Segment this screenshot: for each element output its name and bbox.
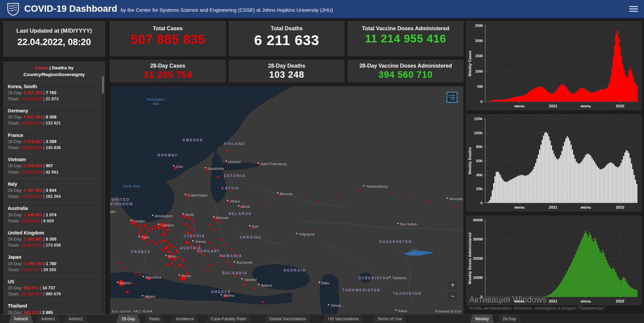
case-bubble[interactable] (159, 241, 161, 243)
case-bubble[interactable] (161, 249, 164, 251)
case-bubble[interactable] (264, 204, 266, 205)
case-bubble[interactable] (176, 250, 178, 252)
tab-chart-weekly[interactable]: Weekly (470, 315, 494, 323)
case-bubble[interactable] (157, 226, 160, 229)
case-bubble[interactable] (151, 240, 153, 242)
case-bubble[interactable] (169, 245, 172, 247)
case-bubble[interactable] (209, 242, 211, 244)
case-bubble[interactable] (193, 228, 195, 230)
case-bubble[interactable] (429, 200, 430, 202)
case-bubble[interactable] (243, 284, 245, 286)
case-bubble[interactable] (209, 224, 211, 226)
case-bubble[interactable] (144, 224, 146, 227)
case-bubble[interactable] (189, 226, 191, 228)
case-bubble[interactable] (219, 221, 221, 223)
case-bubble[interactable] (203, 254, 205, 256)
case-bubble[interactable] (131, 282, 133, 284)
case-bubble[interactable] (167, 242, 169, 244)
case-bubble[interactable] (358, 190, 360, 191)
case-bubble[interactable] (163, 239, 166, 242)
country-list-item[interactable]: Australia28-Day: 1 449 802 | 1 074Totals… (4, 202, 105, 227)
case-bubble[interactable] (227, 260, 229, 262)
country-list-scrollbar[interactable] (102, 75, 104, 313)
case-bubble[interactable] (135, 223, 137, 225)
case-bubble[interactable] (179, 264, 182, 266)
case-bubble[interactable] (185, 223, 187, 225)
case-bubble[interactable] (161, 228, 163, 230)
case-bubble[interactable] (231, 190, 232, 191)
case-bubble[interactable] (175, 265, 177, 267)
case-bubble[interactable] (165, 246, 168, 250)
case-bubble[interactable] (392, 192, 393, 193)
case-bubble[interactable] (210, 264, 212, 266)
case-bubble[interactable] (139, 225, 141, 227)
tab-view-global-vaccinations[interactable]: Global Vaccinations (264, 315, 311, 323)
case-bubble[interactable] (174, 246, 176, 248)
layer-list-icon[interactable] (447, 92, 457, 103)
case-bubble[interactable] (124, 267, 126, 269)
case-bubble[interactable] (213, 228, 215, 230)
case-bubble[interactable] (178, 256, 180, 258)
case-bubble[interactable] (171, 262, 173, 264)
case-bubble[interactable] (287, 197, 289, 198)
case-bubble[interactable] (147, 242, 149, 244)
case-bubble[interactable] (151, 227, 154, 230)
case-bubble[interactable] (126, 291, 129, 293)
case-bubble[interactable] (236, 197, 238, 198)
country-list-item[interactable]: Thailand28-Day: 682 274 | 2 895Totals: 4… (4, 300, 105, 314)
zoom-out-button[interactable]: − (448, 292, 457, 301)
case-bubble[interactable] (304, 197, 305, 198)
case-bubble[interactable] (192, 220, 194, 222)
case-bubble[interactable] (155, 242, 158, 245)
case-bubble[interactable] (447, 203, 449, 204)
tab-view-totals[interactable]: Totals (144, 315, 165, 323)
tab-view-terms-of-use[interactable]: Terms of Use (372, 315, 407, 323)
country-list-item[interactable]: France28-Day: 3 478 927 | 3 289Totals: 2… (4, 129, 105, 154)
case-bubble[interactable] (166, 264, 169, 266)
case-bubble[interactable] (187, 231, 190, 234)
case-bubble[interactable] (217, 176, 219, 178)
case-bubble[interactable] (225, 244, 227, 246)
case-bubble[interactable] (154, 224, 156, 226)
tab-admin-admin1[interactable]: Admin1 (36, 315, 60, 323)
case-bubble[interactable] (207, 269, 209, 271)
case-bubble[interactable] (135, 272, 137, 274)
tab-chart-28-day[interactable]: 28-Day (497, 315, 521, 323)
zoom-in-button[interactable]: + (448, 281, 457, 290)
case-bubble[interactable] (118, 262, 120, 264)
case-bubble[interactable] (232, 265, 234, 267)
country-list-item[interactable]: Vietnam28-Day: 2 022 839 | 907Totals: 10… (4, 153, 105, 178)
case-bubble[interactable] (182, 259, 184, 261)
country-list-item[interactable]: Korea, South28-Day: 5 851 209 | 7 765Tot… (4, 80, 105, 105)
country-list-item[interactable]: Germany28-Day: 4 627 394 | 6 308Totals: … (4, 105, 105, 129)
case-bubble[interactable] (220, 239, 222, 241)
country-list-item[interactable]: Japan28-Day: 1 295 286 | 1 780Totals: 7 … (4, 251, 105, 276)
case-bubble[interactable] (454, 207, 456, 208)
case-bubble[interactable] (148, 230, 150, 232)
case-bubble[interactable] (161, 234, 163, 236)
tab-admin-admin2[interactable]: Admin2 (63, 315, 87, 323)
case-bubble[interactable] (338, 193, 340, 195)
case-bubble[interactable] (163, 232, 166, 235)
case-bubble[interactable] (254, 287, 256, 289)
case-bubble[interactable] (140, 274, 142, 276)
case-bubble[interactable] (262, 301, 264, 303)
tab-view-us-vaccinations[interactable]: US Vaccinations (323, 315, 364, 323)
case-bubble[interactable] (147, 226, 149, 228)
case-bubble[interactable] (138, 232, 140, 234)
case-bubble[interactable] (410, 197, 412, 198)
case-bubble[interactable] (166, 229, 169, 231)
case-bubble[interactable] (226, 150, 228, 152)
case-bubble[interactable] (188, 217, 191, 219)
case-bubble[interactable] (271, 207, 272, 208)
case-bubble[interactable] (185, 241, 189, 244)
tab-view-case-fatality-ratio[interactable]: Case-Fatality Ratio (205, 315, 251, 323)
country-list-item[interactable]: Italy28-Day: 1 787 992 | 3 844Totals: 15… (4, 178, 105, 203)
tab-admin-admin0[interactable]: Admin0 (9, 315, 33, 323)
case-bubble[interactable] (141, 229, 143, 231)
case-bubble[interactable] (315, 230, 316, 232)
tab-view-incidence[interactable]: Incidence (171, 315, 199, 323)
country-list-item[interactable]: US28-Day: 950 971 | 14 737Totals: 80 850… (4, 276, 105, 300)
hamburger-icon[interactable] (629, 5, 638, 13)
case-bubble[interactable] (183, 267, 185, 269)
